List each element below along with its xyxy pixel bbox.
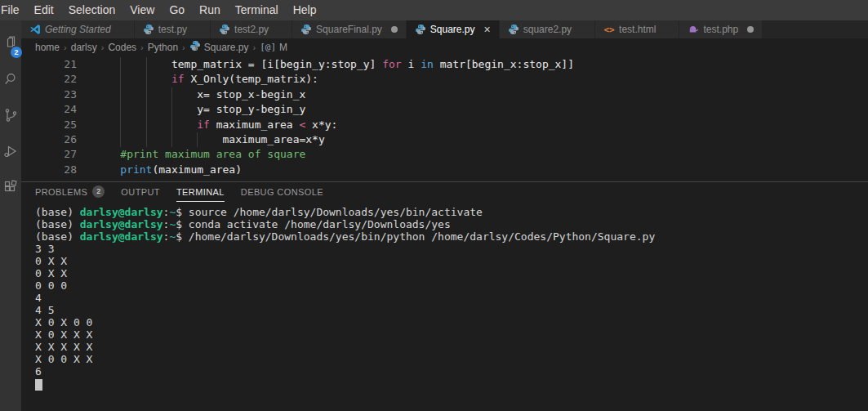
tab-label: square2.py — [523, 24, 572, 35]
line-number: 23 — [21, 87, 77, 102]
terminal-line: 0 X X — [35, 255, 868, 267]
tab-test-php[interactable]: test.php — [679, 20, 763, 38]
tab-square2-py[interactable]: square2.py — [500, 20, 595, 38]
code-line: 24 y= stop_y-begin_y — [21, 102, 868, 117]
activity-bar: 2 — [0, 20, 21, 411]
breadcrumb-symbol[interactable]: M — [279, 42, 287, 53]
code-line: 22 if X_Only(temp_matrix): — [21, 72, 868, 87]
code-text: temp_matrix = [i[begin_y:stop_y] for i i… — [95, 57, 574, 72]
line-number: 22 — [21, 72, 77, 87]
terminal-line — [35, 377, 868, 390]
panel-tab-label: DEBUG CONSOLE — [241, 182, 323, 202]
indent-guide — [197, 132, 198, 147]
explorer-icon[interactable]: 2 — [0, 25, 21, 61]
tab-getting-started[interactable]: Getting Started — [21, 20, 135, 38]
panel-tab-output[interactable]: OUTPUT — [121, 182, 160, 202]
line-number: 21 — [21, 57, 77, 72]
tab-squarefinal-py[interactable]: SquareFinal.py — [292, 20, 407, 38]
python-file-icon — [189, 40, 201, 54]
tab-label: Getting Started — [45, 24, 111, 35]
tab-test2-py[interactable]: test2.py — [211, 20, 292, 38]
close-icon[interactable]: × — [484, 24, 491, 35]
menu-terminal[interactable]: Terminal — [228, 0, 286, 20]
tab-square-py[interactable]: Square.py× — [407, 20, 500, 38]
terminal-line: (base) darlsy@darlsy:~$ conda activate /… — [35, 218, 868, 230]
code-text: print(maximum_area) — [95, 163, 242, 177]
line-number: 27 — [21, 147, 77, 162]
breadcrumb-separator: › — [252, 42, 256, 52]
source-control-icon[interactable] — [0, 97, 21, 133]
menu-go[interactable]: Go — [162, 0, 192, 20]
breadcrumb: home›darlsy›Codes›Python›Square.py›[@]M — [21, 38, 868, 56]
line-number: 26 — [21, 132, 77, 147]
tab-test-html[interactable]: <>test.html — [595, 20, 679, 38]
menu-edit[interactable]: Edit — [27, 0, 61, 20]
main-row: 2 — [0, 20, 868, 411]
vscode-file-icon — [29, 24, 41, 35]
breadcrumb-separator: › — [64, 42, 67, 52]
indent-guide — [146, 57, 147, 147]
search-icon[interactable] — [0, 61, 21, 97]
terminal-output[interactable]: (base) darlsy@darlsy:~$ source /home/dar… — [21, 202, 868, 411]
indent-guide — [171, 87, 172, 147]
terminal-cursor — [35, 379, 42, 391]
problems-count-badge: 2 — [92, 185, 105, 198]
breadcrumb-item-Codes[interactable]: Codes — [108, 42, 136, 53]
line-number: 28 — [21, 163, 77, 177]
panel-tab-label: TERMINAL — [176, 182, 225, 202]
menu-help[interactable]: Help — [286, 0, 324, 20]
menu-bar: FileEditSelectionViewGoRunTerminalHelp — [0, 0, 868, 20]
modified-dot-icon — [391, 26, 398, 33]
tab-test-py[interactable]: test.py — [135, 20, 211, 38]
php-file-icon — [688, 24, 699, 35]
python-file-icon — [508, 24, 519, 35]
menu-view[interactable]: View — [122, 0, 162, 20]
run-debug-icon[interactable] — [0, 133, 21, 169]
python-file-icon — [143, 24, 154, 35]
indent-guide — [120, 57, 121, 147]
code-text: x= stop_x-begin_x — [95, 87, 305, 102]
tab-label: SquareFinal.py — [316, 24, 382, 35]
code-text: if X_Only(temp_matrix): — [95, 72, 318, 87]
code-editor[interactable]: 21 temp_matrix = [i[begin_y:stop_y] for … — [21, 56, 868, 181]
menu-selection[interactable]: Selection — [61, 0, 123, 20]
terminal-line: (base) darlsy@darlsy:~$ source /home/dar… — [35, 206, 868, 218]
bottom-panel: PROBLEMS2OUTPUTTERMINALDEBUG CONSOLE (ba… — [21, 181, 868, 411]
code-line: 25 if maximum_area < x*y: — [21, 118, 868, 132]
breadcrumb-separator: › — [182, 42, 185, 52]
modified-dot-icon — [747, 26, 754, 33]
code-line: 23 x= stop_x-begin_x — [21, 87, 868, 102]
python-file-icon — [300, 24, 312, 35]
breadcrumb-separator: › — [140, 42, 144, 52]
python-file-icon — [219, 24, 230, 35]
panel-tab-problems[interactable]: PROBLEMS2 — [35, 182, 105, 202]
panel-tab-label: OUTPUT — [121, 182, 160, 202]
terminal-line: X X X X X — [35, 341, 868, 353]
breadcrumb-item-home[interactable]: home — [35, 42, 60, 53]
symbol-icon: [@] — [260, 42, 276, 52]
menu-run[interactable]: Run — [192, 0, 228, 20]
terminal-line: (base) darlsy@darlsy:~$ /home/darlsy/Dow… — [35, 230, 868, 243]
editor-group: Getting Startedtest.pytest2.pySquareFina… — [21, 20, 868, 411]
panel-tab-terminal[interactable]: TERMINAL — [176, 182, 225, 202]
tab-label: test2.py — [234, 24, 269, 35]
code-text: y= stop_y-begin_y — [95, 102, 305, 117]
breadcrumb-item-Python[interactable]: Python — [148, 42, 178, 53]
extensions-icon[interactable] — [0, 169, 21, 205]
code-text: if maximum_area < x*y: — [95, 118, 337, 132]
tab-label: Square.py — [430, 24, 475, 35]
terminal-line: X 0 0 X X — [35, 353, 868, 365]
code-line: 27 #print maximum area of square — [21, 147, 868, 162]
explorer-badge: 2 — [11, 47, 22, 58]
breadcrumb-file[interactable]: Square.py — [189, 40, 249, 54]
menu-file[interactable]: File — [0, 0, 27, 20]
terminal-line: X 0 X 0 0 — [35, 316, 868, 328]
tab-label: test.py — [158, 24, 187, 35]
breadcrumb-file-label: Square.py — [204, 42, 249, 53]
python-file-icon — [415, 24, 426, 35]
code-line: 28 print(maximum_area) — [21, 163, 868, 177]
terminal-line: 3 3 — [35, 243, 868, 255]
breadcrumb-separator: › — [101, 42, 105, 52]
panel-tab-debug-console[interactable]: DEBUG CONSOLE — [241, 182, 323, 202]
breadcrumb-item-darlsy[interactable]: darlsy — [71, 42, 97, 53]
